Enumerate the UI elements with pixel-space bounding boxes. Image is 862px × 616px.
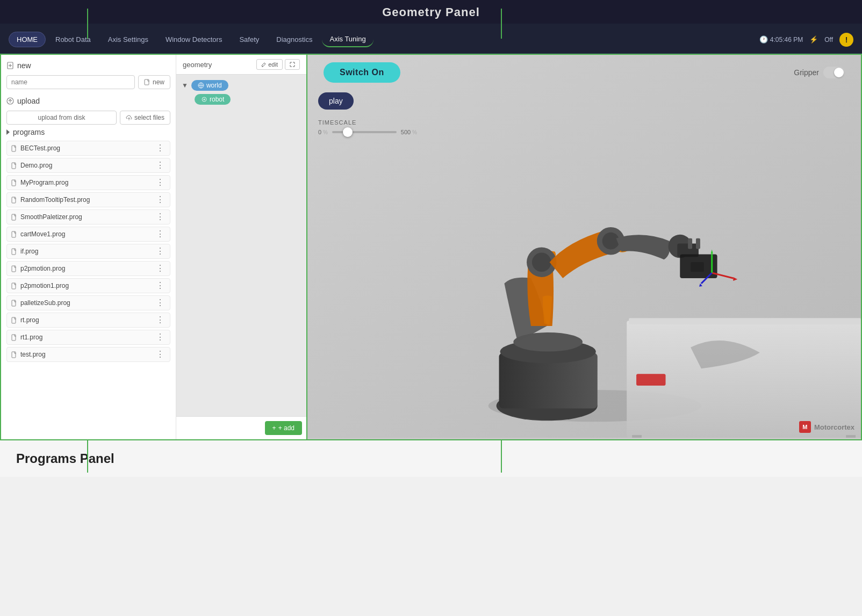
page-title: Geometry Panel	[382, 5, 480, 19]
watermark-text: Motorcortex	[814, 423, 854, 431]
program-item[interactable]: rt.prog ⋮	[6, 313, 170, 328]
nav-item-home[interactable]: HOME	[9, 32, 46, 47]
program-menu-button[interactable]: ⋮	[155, 281, 166, 290]
nav-item-robot-data[interactable]: Robot Data	[48, 32, 98, 47]
new-section-label: new	[17, 61, 31, 70]
program-menu-button[interactable]: ⋮	[155, 144, 166, 153]
timescale-thumb[interactable]	[343, 127, 353, 137]
timescale-label: TIMESCALE	[318, 119, 417, 126]
nav-warning-button[interactable]: !	[839, 33, 853, 47]
svg-rect-29	[629, 318, 861, 324]
upload-section-label: upload	[17, 97, 40, 105]
navbar: HOME Robot Data Axis Settings Window Det…	[0, 26, 862, 54]
svg-rect-31	[846, 435, 856, 438]
timescale-slider[interactable]	[332, 131, 397, 133]
nav-item-axis-settings[interactable]: Axis Settings	[100, 32, 156, 47]
upload-section-header: upload	[6, 97, 170, 105]
timescale-min: 0 %	[318, 129, 328, 135]
program-menu-button[interactable]: ⋮	[155, 333, 166, 342]
svg-rect-19	[12, 352, 16, 358]
program-menu-button[interactable]: ⋮	[155, 161, 166, 170]
program-item[interactable]: p2pmotion1.prog ⋮	[6, 278, 170, 293]
program-name: Demo.prog	[20, 162, 52, 169]
svg-rect-17	[12, 317, 16, 323]
file-icon	[11, 248, 17, 255]
timescale-max: 500 %	[401, 129, 417, 135]
name-input[interactable]	[6, 75, 135, 89]
program-item[interactable]: SmoothPaletizer.prog ⋮	[6, 209, 170, 224]
program-name: p2pmotion.prog	[20, 265, 65, 272]
program-item[interactable]: MyProgram.prog ⋮	[6, 175, 170, 190]
right-panel: Switch On Gripper play TIMESCALE 0 % 500…	[307, 55, 861, 439]
program-menu-button[interactable]: ⋮	[155, 213, 166, 221]
switch-on-button[interactable]: Switch On	[324, 62, 400, 83]
svg-rect-10	[12, 197, 16, 203]
program-name: rt1.prog	[20, 334, 42, 341]
program-item[interactable]: palletizeSub.prog ⋮	[6, 295, 170, 310]
add-icon: +	[272, 424, 276, 432]
nav-time: 🕐 4:05:46 PM	[759, 35, 803, 44]
new-button[interactable]: new	[138, 75, 170, 89]
geometry-add-button[interactable]: + + add	[265, 421, 302, 435]
upload-from-disk-button[interactable]: upload from disk	[6, 111, 117, 125]
main-content: new new upload upload from disk	[0, 54, 862, 440]
program-name: palletizeSub.prog	[20, 299, 70, 307]
svg-rect-32	[636, 374, 665, 386]
tree-node-world[interactable]: world	[191, 80, 228, 91]
geometry-tree: ▼ world robot	[176, 75, 306, 416]
tree-item-world[interactable]: ▼ world	[182, 80, 301, 91]
program-menu-button[interactable]: ⋮	[155, 264, 166, 273]
timescale-slider-row: 0 % 500 %	[318, 129, 417, 135]
geometry-expand-button[interactable]	[285, 59, 300, 70]
right-controls: Switch On Gripper	[307, 62, 861, 83]
tree-item-robot[interactable]: robot	[182, 94, 301, 105]
nav-item-window-detectors[interactable]: Window Detectors	[158, 32, 229, 47]
nav-item-diagnostics[interactable]: Diagnostics	[269, 32, 320, 47]
program-menu-button[interactable]: ⋮	[155, 350, 166, 359]
program-name: test.prog	[20, 351, 46, 358]
svg-rect-12	[12, 231, 16, 237]
file-icon	[11, 300, 17, 307]
program-name: rt.prog	[20, 316, 39, 324]
svg-rect-43	[688, 238, 692, 249]
programs-chevron	[6, 129, 10, 135]
geometry-title: geometry	[183, 61, 212, 69]
program-name: SmoothPaletizer.prog	[20, 213, 82, 221]
svg-rect-16	[12, 300, 16, 306]
file-icon	[11, 282, 17, 289]
play-button[interactable]: play	[318, 92, 354, 110]
svg-rect-30	[632, 435, 642, 438]
program-menu-button[interactable]: ⋮	[155, 230, 166, 238]
nav-item-safety[interactable]: Safety	[232, 32, 267, 47]
program-item[interactable]: BECTest.prog ⋮	[6, 141, 170, 156]
tree-node-robot[interactable]: robot	[195, 94, 231, 105]
programs-header[interactable]: programs	[6, 128, 170, 136]
program-item[interactable]: if.prog ⋮	[6, 244, 170, 259]
file-icon	[11, 162, 17, 169]
geometry-edit-button[interactable]: edit	[256, 59, 283, 70]
programs-label: programs	[13, 128, 45, 136]
select-files-button[interactable]: select files	[120, 111, 170, 125]
program-menu-button[interactable]: ⋮	[155, 178, 166, 187]
program-menu-button[interactable]: ⋮	[155, 316, 166, 324]
new-file-icon	[144, 79, 150, 85]
program-menu-button[interactable]: ⋮	[155, 195, 166, 204]
program-menu-button[interactable]: ⋮	[155, 299, 166, 307]
geometry-header: geometry edit	[176, 55, 306, 75]
svg-rect-15	[12, 283, 16, 289]
gripper-control: Gripper	[794, 67, 845, 78]
program-item[interactable]: RandomTooltipTest.prog ⋮	[6, 192, 170, 207]
program-item[interactable]: test.prog ⋮	[6, 347, 170, 362]
robot-icon	[201, 96, 207, 103]
program-item[interactable]: rt1.prog ⋮	[6, 330, 170, 345]
file-icon	[11, 351, 17, 358]
green-line-left	[87, 9, 88, 39]
program-name: if.prog	[20, 248, 38, 255]
program-item[interactable]: cartMove1.prog ⋮	[6, 227, 170, 242]
program-item[interactable]: p2pmotion.prog ⋮	[6, 261, 170, 276]
program-item[interactable]: Demo.prog ⋮	[6, 158, 170, 173]
program-menu-button[interactable]: ⋮	[155, 247, 166, 256]
nav-item-axis-tuning[interactable]: Axis Tuning	[322, 32, 373, 47]
programs-section: programs BECTest.prog ⋮ Demo.prog	[6, 128, 170, 362]
gripper-toggle[interactable]	[823, 67, 845, 78]
